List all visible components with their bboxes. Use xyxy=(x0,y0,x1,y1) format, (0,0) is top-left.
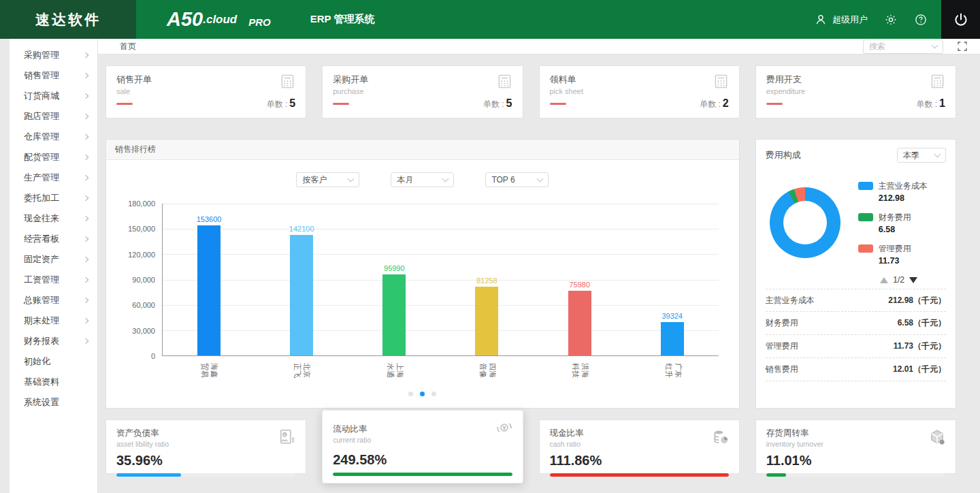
chevron-right-icon xyxy=(83,236,88,242)
sidebar-item-jingying[interactable]: 经营看板 xyxy=(10,229,97,249)
count-value: 5 xyxy=(506,97,512,109)
user-icon xyxy=(814,13,828,27)
red-dash-decoration xyxy=(766,103,783,105)
stat-card-expenditure[interactable]: 费用开支 expenditure xyxy=(755,65,956,118)
plot-area: 153600 142100 95990 81258 75980 39324 xyxy=(162,204,719,356)
kpi-card-cash-ratio[interactable]: 现金比率 cash ratio 111.86% xyxy=(539,419,740,474)
stat-title: 采购开单 xyxy=(333,74,368,86)
chevron-right-icon xyxy=(83,52,88,58)
sidebar-item-dinghuo[interactable]: 订货商城 xyxy=(10,86,97,106)
pager-down-icon[interactable] xyxy=(909,277,917,283)
stat-card-purchase[interactable]: 采购开单 purchase xyxy=(322,65,523,118)
expense-row: 销售费用 12.01（千元） xyxy=(766,358,946,381)
sidebar-item-shengchan[interactable]: 生产管理 xyxy=(10,168,97,188)
legend-pager: 1/2 xyxy=(766,275,917,285)
filter-by-customer-select[interactable]: 按客户 xyxy=(296,172,359,187)
legend-item[interactable]: 管理费用 11.73 xyxy=(858,243,928,266)
sidebar-item-qimo[interactable]: 期末处理 xyxy=(10,311,97,331)
fullscreen-icon[interactable] xyxy=(957,41,968,52)
stat-card-sale[interactable]: 销售开单 sale xyxy=(105,65,306,118)
sidebar-item-guding[interactable]: 固定资产 xyxy=(10,249,97,270)
stat-subtitle: pick sheet xyxy=(550,87,584,95)
sidebar-item-xianjin[interactable]: 现金往来 xyxy=(10,208,97,229)
sales-ranking-panel: 销售排行榜 按客户 本月 TOP 6 xyxy=(105,139,740,409)
product-domain: .cloud xyxy=(203,13,237,27)
settings-gear-icon[interactable] xyxy=(884,13,898,27)
stat-subtitle: sale xyxy=(116,87,152,95)
sidebar-item-gongzi[interactable]: 工资管理 xyxy=(10,270,97,290)
count-label: 单数 : xyxy=(916,99,937,109)
chevron-right-icon xyxy=(83,338,88,344)
sidebar-item-zongzhang[interactable]: 总账管理 xyxy=(10,290,97,311)
legend-item[interactable]: 主营业务成本 212.98 xyxy=(858,180,928,203)
pager-up-icon[interactable] xyxy=(880,277,888,283)
coins-pie-icon xyxy=(712,428,730,446)
kpi-card-asset-liability[interactable]: 资产负债率 asset libility ratio 35.96% xyxy=(105,419,306,474)
chevron-down-icon xyxy=(934,150,941,157)
search-input[interactable]: 搜索 xyxy=(863,39,943,54)
expense-row: 主营业务成本 212.98（千元） xyxy=(766,289,946,312)
app-logo: 速达软件 xyxy=(0,0,136,39)
filter-period-select[interactable]: 本月 xyxy=(391,172,454,187)
legend-swatch xyxy=(858,244,873,253)
sidebar-item-xitong[interactable]: 系统设置 xyxy=(10,392,97,413)
stat-card-picksheet[interactable]: 领料单 pick sheet xyxy=(539,65,740,118)
chevron-right-icon xyxy=(83,216,88,221)
stat-title: 费用开支 xyxy=(766,74,806,86)
kpi-progress-fill xyxy=(116,473,181,477)
help-icon[interactable] xyxy=(914,13,928,27)
sidebar-item-jichu[interactable]: 基础资料 xyxy=(10,372,97,392)
sidebar-item-caigou[interactable]: 采购管理 xyxy=(10,45,97,65)
carousel-dot-active[interactable] xyxy=(420,392,425,396)
currency-refresh-icon xyxy=(495,419,513,436)
filter-topn-select[interactable]: TOP 6 xyxy=(485,172,549,187)
sidebar-item-peihuo[interactable]: 配货管理 xyxy=(10,147,97,168)
red-dash-decoration xyxy=(116,103,133,105)
count-value: 2 xyxy=(723,97,729,109)
product-edition: PRO xyxy=(248,16,271,28)
carousel-dot[interactable] xyxy=(408,392,413,396)
user-menu[interactable]: 超级用户 xyxy=(814,13,868,27)
x-label: 四海音像 xyxy=(440,360,533,381)
calculator-icon xyxy=(713,74,729,95)
logout-power-button[interactable] xyxy=(941,0,980,39)
expense-row: 财务费用 6.58（千元） xyxy=(766,312,946,335)
kpi-progress-track xyxy=(550,473,729,477)
chevron-right-icon xyxy=(83,93,88,99)
tab-home[interactable]: 首页 xyxy=(98,41,136,52)
chevron-down-icon xyxy=(537,175,544,182)
expense-composition-panel: 费用构成 本季 主营业务成本 212.98 xyxy=(755,139,956,409)
bar-value: 95990 xyxy=(384,264,405,272)
expense-period-select[interactable]: 本季 xyxy=(897,148,946,163)
sidebar-item-paodian[interactable]: 跑店管理 xyxy=(10,106,97,127)
chevron-right-icon xyxy=(83,195,88,201)
calculator-icon xyxy=(930,74,945,95)
bar-value: 75980 xyxy=(569,281,590,289)
carousel-dots xyxy=(106,392,739,396)
sidebar-item-cangku[interactable]: 仓库管理 xyxy=(10,127,97,147)
bar-value: 142100 xyxy=(289,225,314,233)
kpi-progress-fill xyxy=(766,473,786,477)
stat-title: 领料单 xyxy=(550,74,584,86)
carousel-dot[interactable] xyxy=(431,392,436,396)
app-header: 速达软件 A50 .cloud PRO ERP 管理系统 超级用户 xyxy=(0,0,980,39)
chevron-down-icon xyxy=(932,42,938,48)
sidebar-item-weituo[interactable]: 委托加工 xyxy=(10,188,97,208)
sidebar-item-caiwu[interactable]: 财务报表 xyxy=(10,331,97,351)
tab-bar: 首页 搜索 xyxy=(98,39,980,54)
kpi-progress-track xyxy=(333,473,512,476)
expense-donut xyxy=(770,187,840,258)
kpi-progress-fill xyxy=(333,473,512,476)
user-name: 超级用户 xyxy=(832,14,868,26)
sidebar-item-chushihua[interactable]: 初始化 xyxy=(10,351,97,372)
chevron-down-icon xyxy=(348,175,355,182)
kpi-card-current-ratio[interactable]: 流动比率 current ratio 249.58% xyxy=(322,410,523,483)
inventory-box-icon xyxy=(928,428,946,446)
legend-item[interactable]: 财务费用 6.58 xyxy=(858,212,928,234)
bar xyxy=(661,322,684,355)
sidebar-item-xiaoshou[interactable]: 销售管理 xyxy=(10,65,97,86)
kpi-card-inventory-turnover[interactable]: 存货周转率 inventory turnover 11.01% xyxy=(755,419,956,474)
calculator-icon xyxy=(497,74,512,95)
sales-bar-chart: 180,000 150,000 120,000 90,000 60,000 30… xyxy=(122,204,719,356)
donut-legend: 主营业务成本 212.98 财务费用 6.58 管理费用 xyxy=(858,180,928,266)
